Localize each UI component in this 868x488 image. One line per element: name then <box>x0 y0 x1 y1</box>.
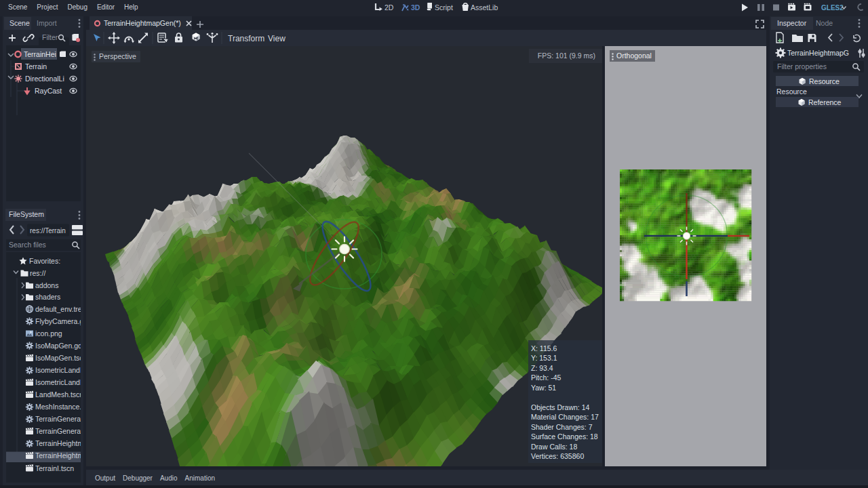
svg-text:MeshInstance.g: MeshInstance.g <box>35 403 81 411</box>
svg-text:LandMesh.tscn: LandMesh.tscn <box>35 390 81 399</box>
svg-text:Terrain: Terrain <box>25 62 47 70</box>
svg-text:TerrainGenerati: TerrainGenerati <box>35 427 81 435</box>
svg-text:TerrainHeightm: TerrainHeightm <box>35 439 81 447</box>
svg-text:IsoMapGen.gd: IsoMapGen.gd <box>35 342 81 350</box>
svg-text:IsoMapGen.tscn: IsoMapGen.tscn <box>35 354 81 362</box>
svg-text:addons: addons <box>35 281 58 289</box>
svg-text:res://: res:// <box>30 269 45 277</box>
svg-text:TerrainHeightm: TerrainHeightm <box>35 451 81 460</box>
svg-text:3D: 3D <box>411 3 420 12</box>
svg-text:res://Terrain: res://Terrain <box>30 227 66 235</box>
svg-text:FlybyCamera.gd: FlybyCamera.gd <box>35 317 81 325</box>
svg-text:IsometricLandM: IsometricLandM <box>35 366 81 374</box>
svg-text:Script: Script <box>435 3 453 12</box>
svg-text:Transform: Transform <box>228 34 264 43</box>
svg-text:shaders: shaders <box>35 293 60 301</box>
svg-text:TerrainGenerati: TerrainGenerati <box>35 415 81 423</box>
svg-text:AssetLib: AssetLib <box>471 3 498 12</box>
svg-text:RayCast: RayCast <box>35 87 62 95</box>
svg-text:DirectionalLi: DirectionalLi <box>25 75 64 83</box>
svg-text:Filter: Filter <box>42 33 58 41</box>
svg-text:GLES2: GLES2 <box>821 4 844 12</box>
svg-text:Favorites:: Favorites: <box>29 257 60 265</box>
svg-text:TerrainI.tscn: TerrainI.tscn <box>35 464 74 472</box>
svg-text:IsometricLandM: IsometricLandM <box>35 378 81 386</box>
svg-text:TerrainHeightmapG: TerrainHeightmapG <box>787 49 849 57</box>
svg-text:TerrainHei: TerrainHei <box>24 50 56 58</box>
svg-text:default_env.tres: default_env.tres <box>35 305 81 313</box>
svg-text:View: View <box>268 34 285 43</box>
svg-text:icon.png: icon.png <box>35 329 62 338</box>
svg-text:2D: 2D <box>384 3 394 12</box>
